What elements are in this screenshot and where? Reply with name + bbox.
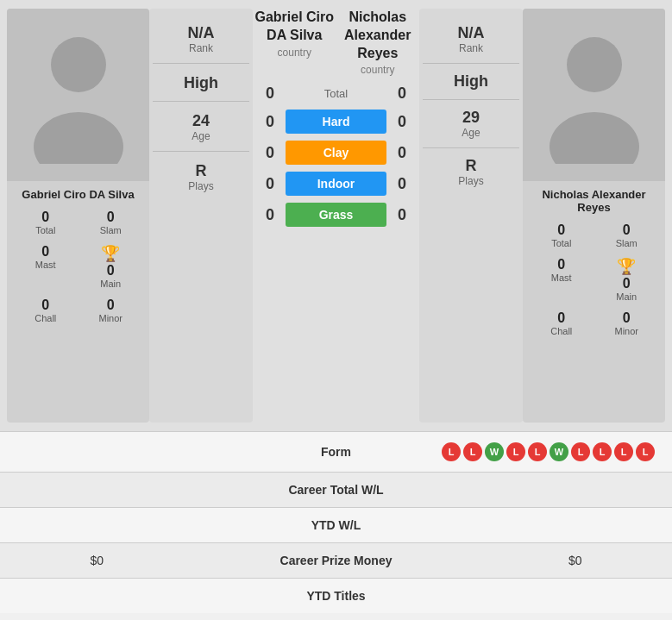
right-total-label: Total	[531, 238, 592, 248]
hard-left: 0	[260, 113, 280, 131]
left-rank-label: Rank	[156, 42, 246, 54]
indoor-right: 0	[392, 175, 412, 193]
right-minor-label: Minor	[597, 326, 657, 336]
total-label: Total	[324, 87, 348, 100]
left-slam-value: 0	[81, 210, 141, 225]
right-country: country	[336, 64, 420, 76]
indoor-badge: Indoor	[286, 172, 386, 196]
form-badge-l: L	[528, 442, 547, 461]
left-age-block: 24 Age	[153, 103, 249, 152]
career-wl-label: Career Total W/L	[17, 483, 655, 497]
right-center-panel: N/A Rank High 29 Age R Plays	[419, 9, 523, 423]
total-score-right: 0	[392, 85, 412, 103]
form-badge-l: L	[571, 442, 590, 461]
right-player-name: Nicholas Alexander Reyes	[523, 181, 665, 219]
left-player-card: Gabriel Ciro DA Silva 0 Total 0 Slam 0 M…	[7, 9, 149, 423]
left-mast-label: Mast	[16, 260, 76, 270]
left-player-center-name: Gabriel Ciro DA Silva	[253, 9, 336, 45]
right-avatar	[523, 9, 665, 181]
right-chall-value: 0	[531, 310, 592, 326]
right-stats-grid: 0 Total 0 Slam 0 Mast 🏆 0 Main 0	[523, 219, 665, 340]
left-main-value: 0	[81, 263, 141, 279]
clay-row: 0 Clay 0	[253, 137, 419, 168]
form-label: Form	[321, 445, 351, 459]
left-chall-value: 0	[16, 297, 76, 313]
form-badge-l: L	[442, 442, 461, 461]
right-high-value: High	[426, 72, 516, 91]
ytd-titles-row: YTD Titles	[0, 578, 672, 613]
form-badge-l: L	[636, 442, 655, 461]
total-score-left: 0	[260, 85, 280, 103]
form-badge-w: W	[485, 442, 504, 461]
right-total-cell: 0 Total	[530, 219, 593, 252]
left-player-header: Gabriel Ciro DA Silva country	[253, 9, 336, 59]
left-age-label: Age	[156, 130, 246, 142]
form-badge-l: L	[614, 442, 633, 461]
left-minor-cell: 0 Minor	[79, 294, 143, 327]
left-slam-cell: 0 Slam	[79, 206, 143, 239]
left-minor-label: Minor	[81, 313, 141, 323]
left-slam-label: Slam	[81, 225, 141, 235]
left-mast-cell: 0 Mast	[14, 241, 78, 292]
left-avatar	[7, 9, 149, 181]
grass-badge: Grass	[286, 203, 386, 227]
right-total-value: 0	[531, 222, 592, 238]
left-high-value: High	[156, 74, 246, 92]
total-score-row: 0 Total 0	[253, 81, 419, 106]
left-chall-cell: 0 Chall	[14, 294, 78, 327]
right-main-label: Main	[597, 291, 657, 302]
hard-right: 0	[392, 113, 412, 131]
prize-label: Career Prize Money	[121, 554, 551, 567]
right-high-block: High	[423, 64, 519, 100]
left-player-name: Gabriel Ciro DA Silva	[16, 181, 139, 206]
bottom-section: Form LLWLLWLLLL Career Total W/L YTD W/L…	[0, 431, 672, 613]
right-minor-cell: 0 Minor	[595, 307, 659, 340]
right-rank-value: N/A	[426, 24, 516, 42]
right-slam-cell: 0 Slam	[595, 219, 659, 252]
svg-point-2	[567, 37, 622, 92]
right-chall-label: Chall	[531, 326, 592, 336]
right-mast-value: 0	[531, 257, 592, 272]
left-main-cell: 🏆 0 Main	[79, 241, 143, 292]
form-badge-w: W	[550, 442, 568, 461]
comparison-section: Gabriel Ciro DA Silva 0 Total 0 Slam 0 M…	[0, 0, 672, 431]
left-stats-grid: 0 Total 0 Slam 0 Mast 🏆 0 Main 0	[7, 206, 149, 327]
grass-left: 0	[260, 206, 280, 224]
right-trophy-icon: 🏆	[617, 258, 636, 275]
left-high-block: High	[153, 66, 249, 102]
clay-right: 0	[392, 144, 412, 162]
career-wl-row: Career Total W/L	[0, 472, 672, 507]
right-main-value: 0	[597, 276, 657, 291]
ytd-titles-label: YTD Titles	[17, 589, 655, 603]
right-mast-cell: 0 Mast	[530, 254, 593, 305]
ytd-wl-row: YTD W/L	[0, 507, 672, 542]
left-age-value: 24	[156, 112, 246, 130]
grass-row: 0 Grass 0	[253, 199, 419, 230]
right-age-label: Age	[426, 127, 516, 139]
right-plays-value: R	[426, 157, 516, 175]
right-slam-label: Slam	[597, 238, 657, 248]
clay-left: 0	[260, 144, 280, 162]
right-age-block: 29 Age	[423, 100, 519, 148]
left-mast-value: 0	[16, 244, 76, 260]
ytd-wl-label: YTD W/L	[17, 518, 655, 532]
right-minor-value: 0	[597, 310, 657, 326]
grass-right: 0	[392, 206, 412, 224]
right-player-header: Nicholas Alexander Reyes country	[336, 9, 420, 76]
indoor-left: 0	[260, 175, 280, 193]
right-player-card: Nicholas Alexander Reyes 0 Total 0 Slam …	[523, 9, 665, 423]
svg-point-1	[34, 112, 123, 164]
form-label-cell: Form	[302, 444, 371, 460]
left-center-panel: N/A Rank High 24 Age R Plays	[149, 9, 253, 423]
hard-row: 0 Hard 0	[253, 106, 419, 137]
left-total-cell: 0 Total	[14, 206, 78, 239]
right-plays-label: Plays	[426, 175, 516, 187]
left-plays-value: R	[156, 162, 246, 180]
svg-point-3	[550, 112, 639, 164]
left-total-value: 0	[16, 210, 76, 225]
left-rank-block: N/A Rank	[153, 16, 249, 64]
indoor-row: 0 Indoor 0	[253, 168, 419, 199]
left-main-label: Main	[81, 279, 141, 289]
form-row: Form LLWLLWLLLL	[0, 431, 672, 472]
form-badge-l: L	[593, 442, 612, 461]
